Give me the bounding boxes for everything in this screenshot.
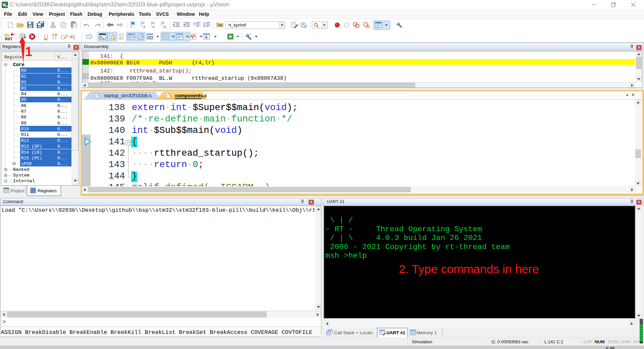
svg-text:{ }: { } bbox=[44, 34, 48, 39]
svg-text:RST: RST bbox=[5, 37, 12, 41]
svg-text:V5: V5 bbox=[5, 5, 8, 7]
svg-text:{ }: { } bbox=[61, 34, 65, 40]
svg-text:{: { bbox=[73, 34, 75, 40]
svg-text:S: S bbox=[120, 35, 122, 40]
